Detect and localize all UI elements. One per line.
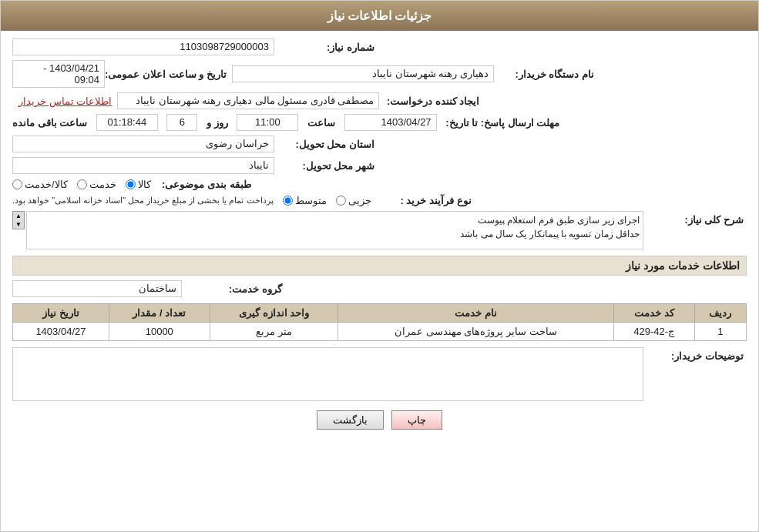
services-section-label: اطلاعات خدمات مورد نیاز <box>626 259 740 272</box>
process-row: نوع فرآیند خرید : جزیی متوسط پرداخت تمام… <box>12 195 747 206</box>
city-label: شهر محل تحویل: <box>274 160 374 172</box>
province-label: استان محل تحویل: <box>274 139 374 150</box>
process-motavasset-item[interactable]: متوسط <box>283 195 327 206</box>
header-title: جزئیات اطلاعات نیاز <box>327 9 432 22</box>
buyer-value: دهیاری رهنه شهرستان نایباد <box>232 65 494 82</box>
col-unit: واحد اندازه گیری <box>210 304 338 323</box>
province-value: خراسان رضوی <box>12 136 274 152</box>
print-button[interactable]: چاپ <box>391 410 442 430</box>
process-jozee-label: جزیی <box>348 195 371 206</box>
city-value: نایباد <box>12 157 274 174</box>
category-khedmat-label: خدمت <box>89 179 116 190</box>
cell-name-0: ساخت سایر پروژه‌های مهندسی عمران <box>338 323 613 341</box>
remaining-label: ساعت باقی مانده <box>12 117 87 129</box>
category-kala-khedmat-item[interactable]: کالا/خدمت <box>12 179 68 190</box>
category-khedmat-radio[interactable] <box>77 179 87 189</box>
need-number-value: 1103098729000003 <box>12 38 274 55</box>
process-motavasset-radio[interactable] <box>283 196 293 206</box>
category-kala-label: کالا <box>138 179 151 190</box>
cell-quantity-0: 10000 <box>109 323 210 341</box>
col-quantity: تعداد / مقدار <box>109 304 210 323</box>
cell-date-0: 1403/04/27 <box>13 323 109 341</box>
category-kala-radio[interactable] <box>126 179 136 189</box>
province-row: استان محل تحویل: خراسان رضوی <box>12 136 747 152</box>
col-service-code: کد خدمت <box>613 304 694 323</box>
announcement-value: 1403/04/21 - 09:04 <box>12 60 105 88</box>
buyer-desc-section: توضیحات خریدار: <box>12 347 747 401</box>
buyer-label: نام دستگاه خریدار: <box>494 69 594 80</box>
category-kala-khedmat-label: کالا/خدمت <box>25 179 68 190</box>
requester-row: ایجاد کننده درخواست: مصطفی قادری مسئول م… <box>12 92 747 109</box>
description-content: اجرای زیر سازی طبق فرم استعلام پیوست حدا… <box>26 211 643 249</box>
deadline-time: 11:00 <box>237 114 298 131</box>
city-row: شهر محل تحویل: نایباد <box>12 157 747 174</box>
days-label: روز و <box>207 117 228 129</box>
deadline-row: مهلت ارسال پاسخ: تا تاریخ: 1403/04/27 سا… <box>12 114 747 131</box>
deadline-days: 6 <box>166 114 197 131</box>
process-jozee-radio[interactable] <box>336 196 346 206</box>
need-number-row: شماره نیاز: 1103098729000003 <box>12 38 747 55</box>
deadline-date: 1403/04/27 <box>344 114 437 131</box>
process-radios: جزیی متوسط پرداخت تمام یا بخشی از مبلغ خ… <box>12 195 371 206</box>
bottom-buttons: چاپ بازگشت <box>12 410 747 430</box>
col-service-name: نام خدمت <box>338 304 613 323</box>
back-button[interactable]: بازگشت <box>317 410 384 430</box>
scroll-down-button[interactable]: ▼ <box>13 220 24 229</box>
col-row-number: ردیف <box>694 304 746 323</box>
time-label: ساعت <box>307 117 335 129</box>
page-title: جزئیات اطلاعات نیاز <box>1 1 758 31</box>
description-label: شرح کلی نیاز: <box>643 211 744 226</box>
category-khedmat-item[interactable]: خدمت <box>77 179 116 190</box>
description-line2: حداقل زمان تسویه با پیمانکار یک سال می ب… <box>30 229 640 239</box>
category-label: طبقه بندی موضوعی: <box>151 179 251 190</box>
requester-value: مصطفی قادری مسئول مالی دهیاری رهنه شهرست… <box>117 92 379 109</box>
process-note: پرداخت تمام یا بخشی از مبلغ خریداز محل "… <box>12 196 274 206</box>
services-table-section: ردیف کد خدمت نام خدمت واحد اندازه گیری ت… <box>12 303 747 341</box>
process-label: نوع فرآیند خرید : <box>371 195 472 206</box>
remaining-time: 01:18:44 <box>96 114 158 131</box>
announcement-label: تاریخ و ساعت اعلان عمومی: <box>105 69 227 80</box>
table-header-row: ردیف کد خدمت نام خدمت واحد اندازه گیری ت… <box>13 304 747 323</box>
need-number-label: شماره نیاز: <box>274 42 374 53</box>
services-section-header: اطلاعات خدمات مورد نیاز <box>12 256 747 276</box>
service-group-row: گروه خدمت: ساختمان <box>12 280 747 297</box>
deadline-label: مهلت ارسال پاسخ: تا تاریخ: <box>445 117 559 129</box>
scroll-control[interactable]: ▲ ▼ <box>12 211 25 229</box>
services-table: ردیف کد خدمت نام خدمت واحد اندازه گیری ت… <box>12 303 747 341</box>
buyer-announcement-row: نام دستگاه خریدار: دهیاری رهنه شهرستان ن… <box>12 60 747 88</box>
category-kala-item[interactable]: کالا <box>126 179 151 190</box>
scroll-up-button[interactable]: ▲ <box>13 212 24 220</box>
service-group-value: ساختمان <box>12 280 182 297</box>
category-radios: کالا خدمت کالا/خدمت <box>12 179 151 190</box>
description-section: شرح کلی نیاز: اجرای زیر سازی طبق فرم است… <box>12 211 747 249</box>
buyer-desc-content <box>12 347 643 401</box>
process-jozee-item[interactable]: جزیی <box>336 195 371 206</box>
category-row: طبقه بندی موضوعی: کالا خدمت کالا/خدمت <box>12 179 747 190</box>
service-group-label: گروه خدمت: <box>182 283 282 295</box>
cell-unit-0: متر مربع <box>210 323 338 341</box>
description-line1: اجرای زیر سازی طبق فرم استعلام پیوست <box>30 215 640 226</box>
col-need-date: تاریخ نیاز <box>13 304 109 323</box>
requester-link[interactable]: اطلاعات تماس خریدار <box>18 95 112 107</box>
cell-row-0: 1 <box>694 323 746 341</box>
category-kala-khedmat-radio[interactable] <box>12 179 22 189</box>
requester-label: ایجاد کننده درخواست: <box>379 95 479 107</box>
description-label-text: شرح کلی نیاز: <box>684 214 744 226</box>
cell-code-0: ج-42-429 <box>613 323 694 341</box>
process-motavasset-label: متوسط <box>295 195 327 206</box>
table-row: 1 ج-42-429 ساخت سایر پروژه‌های مهندسی عم… <box>13 323 747 341</box>
buyer-desc-label: توضیحات خریدار: <box>643 347 744 362</box>
